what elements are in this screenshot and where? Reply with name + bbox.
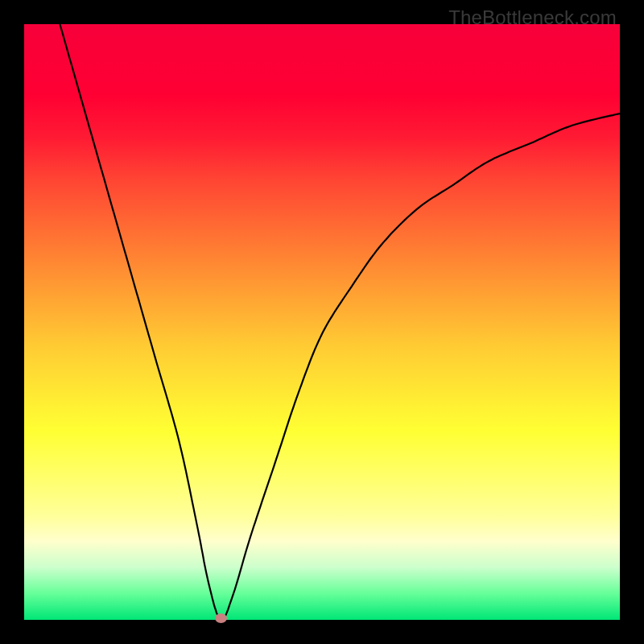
watermark-text: TheBottleneck.com [448, 6, 617, 29]
chart-curve-svg [24, 24, 620, 620]
bottleneck-curve-line [60, 24, 620, 620]
optimal-point-marker [215, 613, 227, 623]
